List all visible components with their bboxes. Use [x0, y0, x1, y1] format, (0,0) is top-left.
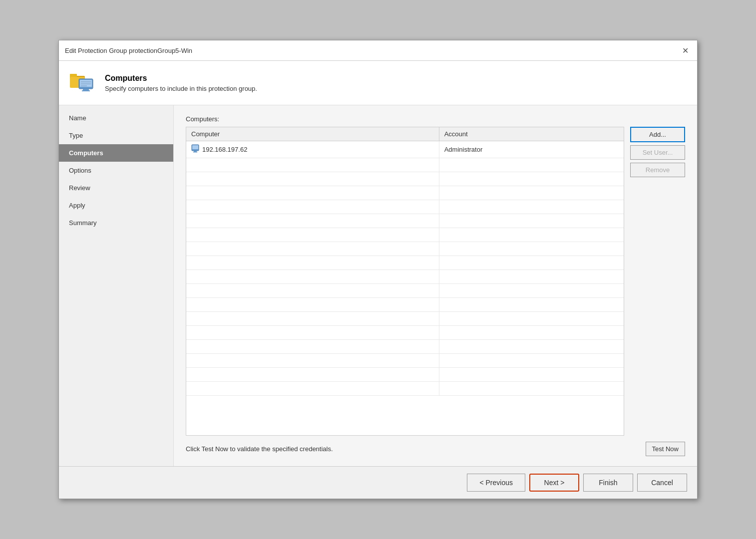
set-user-button[interactable]: Set User... [630, 145, 685, 160]
empty-row [186, 382, 624, 396]
cancel-button[interactable]: Cancel [637, 474, 687, 492]
empty-row [186, 354, 624, 368]
close-button[interactable]: ✕ [679, 44, 691, 56]
dialog: Edit Protection Group protectionGroup5-W… [58, 40, 698, 499]
sidebar-item-name[interactable]: Name [59, 109, 173, 127]
column-account: Account [439, 127, 624, 141]
sidebar-item-type[interactable]: Type [59, 127, 173, 144]
header-text: Computers Specify computers to include i… [105, 74, 257, 92]
table-row[interactable]: 192.168.197.62 Administrator [186, 141, 624, 158]
body-area: Name Type Computers Options Review Apply… [59, 105, 697, 466]
empty-row [186, 228, 624, 242]
empty-row [186, 270, 624, 284]
sidebar-item-apply[interactable]: Apply [59, 197, 173, 214]
header-description: Specify computers to include in this pro… [105, 85, 257, 92]
previous-button[interactable]: < Previous [467, 474, 525, 492]
finish-button[interactable]: Finish [583, 474, 633, 492]
svg-rect-5 [83, 89, 89, 90]
validate-row: Click Test Now to validate the specified… [186, 442, 685, 456]
side-buttons: Add... Set User... Remove [630, 127, 685, 436]
svg-rect-1 [70, 74, 77, 77]
svg-rect-11 [192, 145, 198, 149]
sidebar: Name Type Computers Options Review Apply… [59, 105, 174, 466]
svg-rect-13 [193, 152, 197, 153]
empty-row [186, 242, 624, 256]
empty-row [186, 298, 624, 312]
validate-text: Click Test Now to validate the specified… [186, 445, 333, 453]
empty-row [186, 368, 624, 382]
empty-row [186, 158, 624, 172]
sidebar-item-summary[interactable]: Summary [59, 214, 173, 232]
empty-row [186, 214, 624, 228]
empty-row [186, 340, 624, 354]
empty-row [186, 200, 624, 214]
svg-rect-6 [82, 90, 90, 91]
sidebar-item-options[interactable]: Options [59, 162, 173, 179]
computers-section-label: Computers: [186, 115, 685, 123]
column-computer: Computer [186, 127, 439, 141]
computers-panel: Computer Account [186, 127, 685, 436]
empty-row [186, 326, 624, 340]
title-bar: Edit Protection Group protectionGroup5-W… [59, 40, 697, 61]
sidebar-item-computers[interactable]: Computers [59, 144, 173, 162]
computers-table-wrapper: Computer Account [186, 127, 624, 436]
empty-row [186, 172, 624, 186]
remove-button[interactable]: Remove [630, 163, 685, 177]
empty-row [186, 256, 624, 270]
sidebar-item-review[interactable]: Review [59, 179, 173, 197]
main-content: Computers: Computer Account [174, 105, 697, 466]
computers-icon [69, 69, 97, 97]
dialog-title: Edit Protection Group protectionGroup5-W… [65, 47, 192, 54]
footer: < Previous Next > Finish Cancel [59, 466, 697, 499]
computer-ip: 192.168.197.62 [202, 146, 247, 153]
empty-row [186, 312, 624, 326]
svg-rect-12 [194, 151, 197, 152]
computer-icon [191, 144, 199, 155]
next-button[interactable]: Next > [529, 474, 579, 492]
computer-cell: 192.168.197.62 [186, 141, 439, 158]
empty-row [186, 284, 624, 298]
add-button[interactable]: Add... [630, 127, 685, 142]
empty-row [186, 186, 624, 200]
computers-table: Computer Account [186, 127, 624, 396]
header-section: Computers Specify computers to include i… [59, 61, 697, 105]
account-cell: Administrator [439, 141, 624, 158]
test-now-button[interactable]: Test Now [646, 442, 685, 456]
header-title: Computers [105, 74, 257, 83]
